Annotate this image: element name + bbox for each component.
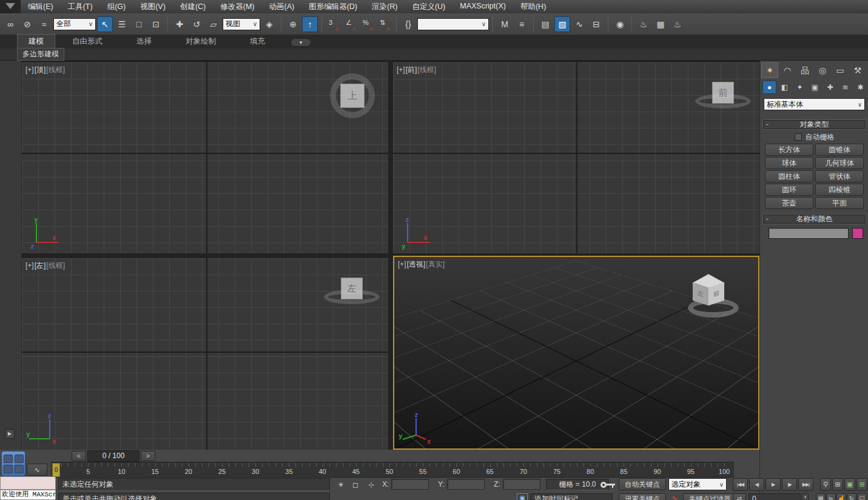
viewport-layout-tabs-button[interactable] [1,451,25,476]
bind-to-space-warp-icon[interactable]: ≈ [36,16,52,32]
panel-tab-display[interactable]: ▭ [832,62,849,78]
viewport-menu-plus[interactable]: [+] [397,65,405,74]
panel-tab-utilities[interactable]: ⚒ [849,62,866,78]
material-editor-icon[interactable]: ◉ [612,16,628,32]
category-lights[interactable]: ✦ [793,81,807,94]
category-space-warps[interactable]: ≋ [838,81,852,94]
selection-lock-icon[interactable]: ◻ [349,479,362,491]
menu-create[interactable]: 创建(C) [173,0,213,14]
viewport-menu-view[interactable]: [前] [406,65,417,74]
category-systems[interactable]: ✱ [853,81,867,94]
viewport-menu-view[interactable]: [左] [35,261,46,270]
viewport-menu-view[interactable]: [透视] [407,260,426,268]
ribbon-tab-object-paint[interactable]: 对象绘制 [169,35,233,48]
menu-tools[interactable]: 工具(T) [61,0,100,14]
button-geosphere[interactable]: 几何球体 [815,157,864,169]
viewport-menu-shading[interactable]: [线框] [46,261,65,270]
viewport-left[interactable]: [+][左][线框] 左 z y x [22,258,388,450]
select-and-scale-icon[interactable]: ▱ [206,16,221,32]
align-icon[interactable]: ≡ [514,16,530,32]
menu-group[interactable]: 组(G) [100,0,133,14]
viewport-menu-plus[interactable]: [+] [25,261,34,270]
button-teapot[interactable]: 茶壶 [765,197,813,209]
object-name-field[interactable] [769,228,849,239]
object-type-rollout-header[interactable]: - 对象类型 [762,119,866,130]
time-configuration-icon[interactable]: ▦ [816,493,826,500]
time-tag-icon[interactable]: ▣ [517,493,528,500]
track-bar[interactable]: 0510152025303540455055606570758085909510… [51,462,734,478]
key-filters-button[interactable]: 关键点过滤器 [683,493,736,500]
panel-tab-motion[interactable]: ◎ [814,62,831,78]
previous-frame-button[interactable]: ◀| [749,478,764,491]
viewcube-3d[interactable]: 左 前 [687,272,741,319]
z-coordinate-field[interactable] [503,479,540,490]
spinner-snap-icon[interactable]: ⇅∩ [377,16,392,32]
frame-spinner[interactable]: ▴▾ [802,493,809,500]
menu-maxscript[interactable]: MAXScript(X) [453,0,513,14]
button-sphere[interactable]: 球体 [765,157,813,169]
select-and-rotate-icon[interactable]: ↺ [189,16,204,32]
edit-named-selection-sets-icon[interactable]: {} [400,16,416,32]
viewport-menu-shading[interactable]: [线框] [417,65,436,74]
button-tube[interactable]: 管状体 [815,170,864,182]
ribbon-tab-freeform[interactable]: 自由形式 [55,35,119,48]
x-coordinate-field[interactable] [391,479,429,490]
viewcube[interactable]: 上 [340,84,365,108]
menu-graph-editors[interactable]: 图形编辑器(D) [301,0,365,14]
ribbon-tab-populate[interactable]: 填充 [233,35,282,48]
button-cone[interactable]: 圆锥体 [815,144,864,156]
menu-help[interactable]: 帮助(H) [513,0,553,14]
menu-modifiers[interactable]: 修改器(M) [213,0,261,14]
schematic-view-icon[interactable]: ⊟ [588,16,604,32]
set-key-icon[interactable] [601,481,616,488]
auto-key-button[interactable]: 自动关键点 [619,478,666,490]
add-time-tag-field[interactable]: 添加时间标记 [530,493,613,500]
application-button[interactable] [0,0,21,13]
viewport-menu-shading[interactable]: [真实] [426,260,445,268]
snaps-toggle-icon[interactable]: 3∩ [326,16,341,32]
button-torus[interactable]: 圆环 [765,184,813,196]
maxscript-mini-listener-macro-row[interactable] [0,476,56,490]
button-plane[interactable]: 平面 [815,197,864,209]
viewport-menu-plus[interactable]: [+] [25,65,34,74]
viewport-menu-shading[interactable]: [线框] [46,65,65,74]
keyboard-shortcut-override-icon[interactable]: ↑ [302,16,318,32]
zoom-icon[interactable]: ⚲ [820,478,831,491]
menu-animation[interactable]: 动画(A) [261,0,301,14]
current-frame-field[interactable]: 0 [749,493,801,500]
polygon-modeling-panel[interactable]: 多边形建模 [17,48,64,61]
ribbon-tab-modeling[interactable]: 建模 [17,34,55,48]
name-and-color-rollout-header[interactable]: - 名称和颜色 [762,214,866,224]
rendered-frame-window-icon[interactable]: ▦ [653,16,668,32]
ribbon-tab-selection[interactable]: 选择 [119,35,169,48]
next-frame-small-button[interactable]: > [141,451,155,461]
expand-panel-arrow-button[interactable]: ▶ [5,429,15,439]
absolute-mode-transform-icon[interactable]: ⊹ [365,479,377,491]
key-mode-toggle-button[interactable]: ⇄ [733,493,746,500]
category-shapes[interactable]: ◧ [778,81,792,94]
viewcube[interactable]: 前 [712,82,734,104]
menu-customize[interactable]: 自定义(U) [405,0,453,14]
select-object-icon[interactable]: ↖ [97,16,113,32]
window-crossing-icon[interactable]: ⊡ [148,16,164,32]
maximize-viewport-toggle-icon[interactable]: ◱ [857,493,867,500]
selected-mode-dropdown[interactable]: 选定对象 ∨ [668,478,727,490]
panel-tab-create[interactable]: ✶ [761,62,778,78]
curve-editor-icon[interactable]: ∿ [571,16,587,32]
button-cylinder[interactable]: 圆柱体 [765,170,813,182]
isolate-selection-icon[interactable]: ☀ [335,479,347,491]
set-keys-button[interactable]: 设置关键点 [619,493,666,500]
viewport-front[interactable]: [+][前][线框] 前 z x y [393,62,759,253]
primitive-category-dropdown[interactable]: 标准基本体 ∨ [764,98,865,110]
panel-tab-modify[interactable]: ◠ [779,62,796,78]
select-and-manipulate-icon[interactable]: ⊕ [285,16,301,32]
set-key-curve-icon[interactable]: ∿ [668,493,681,500]
panel-tab-hierarchy[interactable]: 品 [796,62,813,78]
category-helpers[interactable]: ✚ [823,81,837,94]
go-to-start-button[interactable]: |◀◀ [733,478,748,491]
button-box[interactable]: 长方体 [765,144,813,156]
use-pivot-point-center-icon[interactable]: ◈ [261,16,277,32]
viewport-menu-plus[interactable]: [+] [398,260,406,268]
select-by-name-icon[interactable]: ☰ [114,16,130,32]
walkthrough-icon[interactable]: ⊳ [826,493,836,500]
